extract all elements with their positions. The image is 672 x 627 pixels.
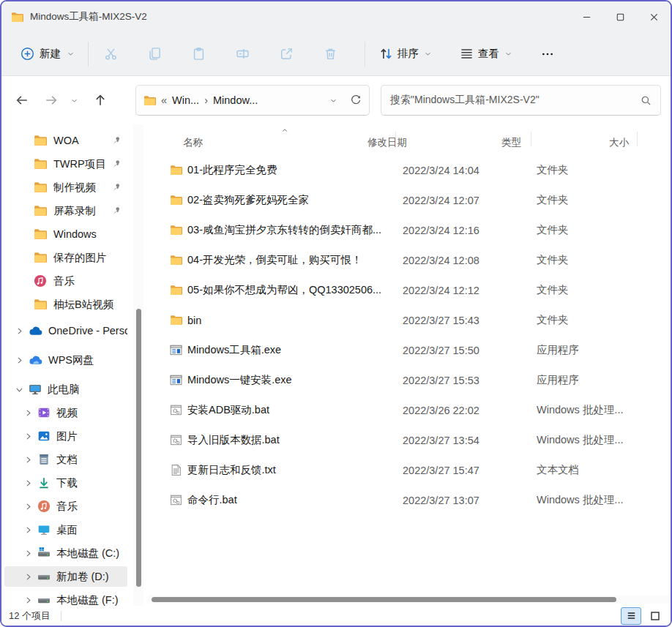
sidebar-item-drive-c[interactable]: 本地磁盘 (C:) (4, 543, 127, 563)
file-name: 05-如果你不想成为帮凶，QQ13302506... (187, 283, 403, 297)
share-button[interactable] (264, 47, 308, 61)
column-header-size[interactable]: 大小 (602, 136, 629, 149)
clipboard-icon (192, 47, 206, 61)
column-header-name[interactable]: 名称 (148, 136, 367, 149)
refresh-icon[interactable] (350, 94, 362, 106)
chevron-down-icon (423, 49, 433, 59)
file-row[interactable]: 05-如果你不想成为帮凶，QQ13302506... 2022/3/24 12:… (148, 275, 669, 305)
close-button[interactable] (637, 1, 671, 32)
vertical-scrollbar-thumb[interactable] (136, 309, 141, 587)
chevron-right-icon[interactable] (15, 326, 24, 336)
documents-icon (37, 453, 51, 466)
chevron-right-icon[interactable] (23, 525, 33, 535)
file-row[interactable]: 02-盗卖狗死爹死妈死全家 2022/3/24 12:07 文件夹 (148, 185, 669, 215)
details-view-button[interactable] (621, 607, 641, 625)
column-header-type[interactable]: 类型 (501, 136, 602, 149)
column-headers: 名称 修改日期 类型 大小 (148, 124, 669, 149)
sidebar-item-onedrive[interactable]: OneDrive - Perso (4, 320, 127, 341)
sort-arrows-icon (379, 47, 393, 61)
file-type: Windows 批处理... (537, 493, 637, 507)
breadcrumb-collapse[interactable]: « (161, 94, 167, 106)
file-type: Windows 批处理... (537, 433, 637, 447)
sidebar-item-music-pc[interactable]: 音乐 (4, 496, 127, 517)
chevron-right-icon[interactable] (23, 502, 33, 511)
large-icons-view-button[interactable] (646, 608, 664, 624)
column-divider[interactable] (637, 132, 638, 146)
file-row[interactable]: 04-开发光荣，倒卖可耻，购买可恨！ 2022/3/24 12:08 文件夹 (148, 245, 669, 275)
chevron-right-icon[interactable] (15, 356, 24, 365)
sidebar-item-screen-record[interactable]: 屏幕录制 (4, 200, 127, 221)
sidebar-item-wps-cloud[interactable]: WPS网盘 (4, 350, 127, 370)
breadcrumb-root[interactable]: Win... (172, 94, 199, 106)
see-more-button[interactable] (541, 48, 554, 61)
sidebar-item-videos[interactable]: 视频 (4, 402, 127, 423)
folder-icon (34, 251, 47, 264)
folder-icon (34, 134, 47, 147)
file-row[interactable]: bin 2022/3/27 15:43 文件夹 (148, 305, 669, 335)
file-row[interactable]: 更新日志和反馈.txt 2022/3/27 15:47 文本文档 (148, 455, 669, 485)
column-divider[interactable] (531, 132, 531, 146)
sidebar-item-twrp[interactable]: TWRP项目 (4, 154, 127, 174)
exe-application-icon (170, 344, 182, 356)
file-date: 2022/3/26 22:02 (403, 405, 537, 416)
rename-button[interactable] (220, 47, 264, 61)
sidebar-item-saved-pictures[interactable]: 保存的图片 (4, 247, 127, 268)
address-dropdown-icon[interactable] (329, 96, 338, 105)
up-button[interactable] (94, 94, 107, 107)
sidebar-item-documents[interactable]: 文档 (4, 449, 127, 470)
chevron-right-icon[interactable] (23, 478, 33, 488)
view-button[interactable]: 查看 (460, 47, 513, 61)
vertical-scrollbar[interactable] (133, 124, 143, 606)
chevron-right-icon[interactable] (23, 572, 33, 582)
file-row[interactable]: Mindows工具箱.exe 2022/3/27 15:50 应用程序 (148, 335, 669, 365)
batch-file-icon (170, 434, 182, 446)
chevron-right-icon[interactable] (23, 549, 33, 558)
maximize-button[interactable] (603, 1, 637, 32)
cut-button[interactable] (89, 47, 132, 61)
chevron-right-icon[interactable] (23, 455, 33, 465)
delete-button[interactable] (308, 47, 352, 61)
copy-button[interactable] (132, 47, 176, 61)
file-list: 名称 修改日期 类型 大小 01-此程序完全免费 2022/3/24 14:04… (148, 124, 669, 606)
minimize-button[interactable] (570, 1, 603, 32)
back-button[interactable] (15, 94, 29, 107)
sidebar-item-make-video[interactable]: 制作视频 (4, 177, 127, 198)
search-input[interactable]: 搜索"Mindows工具箱-MIX2S-V2" (381, 85, 661, 116)
file-row[interactable]: Mindows一键安装.exe 2022/3/27 15:53 应用程序 (148, 365, 669, 395)
sidebar-item-this-pc[interactable]: 此电脑 (4, 379, 127, 399)
sort-button[interactable]: 排序 (379, 47, 433, 61)
file-row[interactable]: 01-此程序完全免费 2022/3/24 14:04 文件夹 (148, 155, 669, 185)
file-row[interactable]: 导入旧版本数据.bat 2022/3/27 13:54 Windows 批处理.… (148, 425, 669, 455)
trash-icon (324, 47, 337, 61)
file-name: 04-开发光荣，倒卖可耻，购买可恨！ (187, 253, 403, 267)
file-row[interactable]: 安装ADB驱动.bat 2022/3/26 22:02 Windows 批处理.… (148, 395, 669, 425)
breadcrumb-current[interactable]: Mindow... (213, 94, 258, 106)
window-title: Mindows工具箱-MIX2S-V2 (30, 10, 147, 23)
drive-windows-icon (37, 547, 51, 560)
recent-locations-button[interactable] (70, 96, 79, 105)
sidebar-item-windows[interactable]: Windows (4, 224, 127, 244)
file-row[interactable]: 命令行.bat 2022/3/27 13:07 Windows 批处理... (148, 485, 669, 515)
chevron-down-icon[interactable] (15, 385, 24, 394)
column-divider[interactable] (395, 132, 396, 146)
file-date: 2022/3/24 12:07 (403, 195, 537, 206)
sidebar-item-drive-f[interactable]: 本地磁盘 (F:) (4, 590, 127, 606)
file-row[interactable]: 03-咸鱼淘宝拼夕京东转转的倒卖奸商都... 2022/3/24 12:16 文… (148, 215, 669, 245)
sidebar-item-downloads[interactable]: 下载 (4, 473, 127, 493)
sidebar-item-bilibili-videos[interactable]: 柚坛B站视频 (4, 294, 127, 315)
new-button[interactable]: 新建 (20, 47, 75, 61)
chevron-right-icon[interactable] (23, 432, 33, 441)
paste-button[interactable] (176, 47, 220, 61)
address-bar[interactable]: « Win... › Mindow... (135, 85, 370, 116)
sidebar-item-pictures[interactable]: 图片 (4, 426, 127, 446)
horizontal-scrollbar[interactable] (148, 595, 669, 604)
sidebar-item-desktop[interactable]: 桌面 (4, 519, 127, 540)
horizontal-scrollbar-thumb[interactable] (152, 597, 616, 602)
forward-button[interactable] (45, 94, 58, 107)
sidebar-item-woa[interactable]: WOA (4, 130, 127, 151)
column-header-date[interactable]: 修改日期 (367, 136, 501, 149)
chevron-right-icon[interactable] (23, 408, 33, 418)
sidebar-item-drive-d[interactable]: 新加卷 (D:) (4, 566, 127, 587)
chevron-right-icon[interactable] (23, 596, 33, 605)
sidebar-item-music[interactable]: 音乐 (4, 271, 127, 291)
